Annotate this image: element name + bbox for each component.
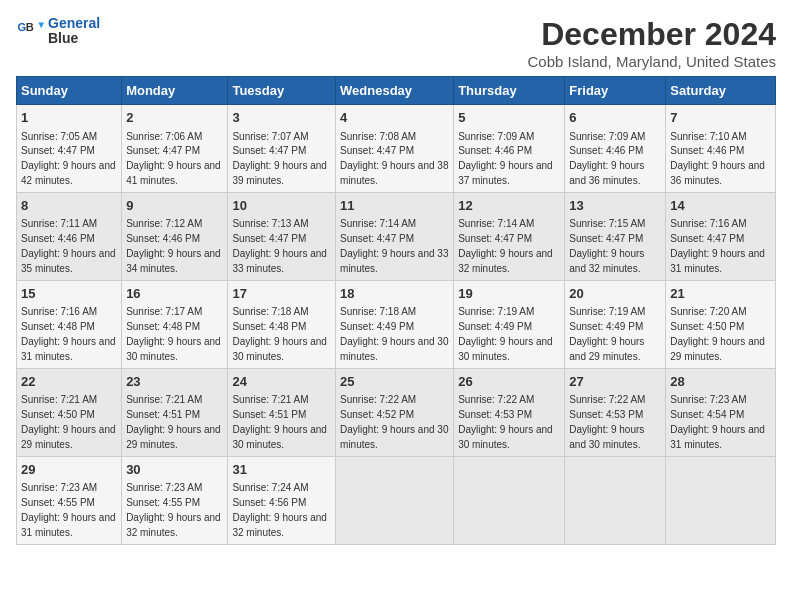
day-number: 13 bbox=[569, 197, 661, 215]
page-title: December 2024 bbox=[528, 16, 776, 53]
day-number: 11 bbox=[340, 197, 449, 215]
sunset: Sunset: 4:54 PM bbox=[670, 409, 744, 420]
sunset: Sunset: 4:48 PM bbox=[21, 321, 95, 332]
calendar-cell: 19Sunrise: 7:19 AMSunset: 4:49 PMDayligh… bbox=[454, 280, 565, 368]
calendar-cell: 8Sunrise: 7:11 AMSunset: 4:46 PMDaylight… bbox=[17, 192, 122, 280]
day-number: 19 bbox=[458, 285, 560, 303]
day-number: 12 bbox=[458, 197, 560, 215]
daylight: Daylight: 9 hours and 39 minutes. bbox=[232, 160, 327, 186]
sunrise: Sunrise: 7:21 AM bbox=[232, 394, 308, 405]
sunset: Sunset: 4:46 PM bbox=[21, 233, 95, 244]
calendar-cell: 18Sunrise: 7:18 AMSunset: 4:49 PMDayligh… bbox=[336, 280, 454, 368]
calendar-cell: 17Sunrise: 7:18 AMSunset: 4:48 PMDayligh… bbox=[228, 280, 336, 368]
calendar-cell: 30Sunrise: 7:23 AMSunset: 4:55 PMDayligh… bbox=[122, 456, 228, 544]
week-row-2: 8Sunrise: 7:11 AMSunset: 4:46 PMDaylight… bbox=[17, 192, 776, 280]
sunset: Sunset: 4:47 PM bbox=[569, 233, 643, 244]
calendar-cell: 15Sunrise: 7:16 AMSunset: 4:48 PMDayligh… bbox=[17, 280, 122, 368]
daylight: Daylight: 9 hours and 38 minutes. bbox=[340, 160, 448, 186]
logo-icon: G B bbox=[16, 17, 44, 45]
sunrise: Sunrise: 7:14 AM bbox=[340, 218, 416, 229]
daylight: Daylight: 9 hours and 31 minutes. bbox=[21, 512, 116, 538]
sunrise: Sunrise: 7:22 AM bbox=[569, 394, 645, 405]
page-subtitle: Cobb Island, Maryland, United States bbox=[528, 53, 776, 70]
daylight: Daylight: 9 hours and 29 minutes. bbox=[21, 424, 116, 450]
daylight: Daylight: 9 hours and 32 minutes. bbox=[458, 248, 553, 274]
sunrise: Sunrise: 7:07 AM bbox=[232, 131, 308, 142]
sunset: Sunset: 4:47 PM bbox=[126, 145, 200, 156]
sunset: Sunset: 4:46 PM bbox=[670, 145, 744, 156]
sunrise: Sunrise: 7:23 AM bbox=[670, 394, 746, 405]
calendar-cell: 21Sunrise: 7:20 AMSunset: 4:50 PMDayligh… bbox=[666, 280, 776, 368]
week-row-5: 29Sunrise: 7:23 AMSunset: 4:55 PMDayligh… bbox=[17, 456, 776, 544]
week-row-3: 15Sunrise: 7:16 AMSunset: 4:48 PMDayligh… bbox=[17, 280, 776, 368]
calendar-cell: 3Sunrise: 7:07 AMSunset: 4:47 PMDaylight… bbox=[228, 105, 336, 193]
sunset: Sunset: 4:47 PM bbox=[232, 145, 306, 156]
day-number: 31 bbox=[232, 461, 331, 479]
sunrise: Sunrise: 7:12 AM bbox=[126, 218, 202, 229]
daylight: Daylight: 9 hours and 30 minutes. bbox=[232, 336, 327, 362]
sunrise: Sunrise: 7:17 AM bbox=[126, 306, 202, 317]
sunrise: Sunrise: 7:08 AM bbox=[340, 131, 416, 142]
sunrise: Sunrise: 7:19 AM bbox=[458, 306, 534, 317]
calendar-cell: 28Sunrise: 7:23 AMSunset: 4:54 PMDayligh… bbox=[666, 368, 776, 456]
day-number: 28 bbox=[670, 373, 771, 391]
sunset: Sunset: 4:47 PM bbox=[670, 233, 744, 244]
calendar-cell: 22Sunrise: 7:21 AMSunset: 4:50 PMDayligh… bbox=[17, 368, 122, 456]
sunrise: Sunrise: 7:11 AM bbox=[21, 218, 97, 229]
title-area: December 2024 Cobb Island, Maryland, Uni… bbox=[528, 16, 776, 70]
header-monday: Monday bbox=[122, 77, 228, 105]
day-number: 22 bbox=[21, 373, 117, 391]
daylight: Daylight: 9 hours and 32 minutes. bbox=[232, 512, 327, 538]
daylight: Daylight: 9 hours and 32 minutes. bbox=[126, 512, 221, 538]
day-number: 23 bbox=[126, 373, 223, 391]
logo-line2: Blue bbox=[48, 31, 100, 46]
calendar-cell: 25Sunrise: 7:22 AMSunset: 4:52 PMDayligh… bbox=[336, 368, 454, 456]
sunset: Sunset: 4:52 PM bbox=[340, 409, 414, 420]
daylight: Daylight: 9 hours and 30 minutes. bbox=[569, 424, 644, 450]
sunset: Sunset: 4:47 PM bbox=[340, 145, 414, 156]
daylight: Daylight: 9 hours and 34 minutes. bbox=[126, 248, 221, 274]
daylight: Daylight: 9 hours and 30 minutes. bbox=[232, 424, 327, 450]
sunset: Sunset: 4:46 PM bbox=[569, 145, 643, 156]
sunrise: Sunrise: 7:20 AM bbox=[670, 306, 746, 317]
calendar-cell: 31Sunrise: 7:24 AMSunset: 4:56 PMDayligh… bbox=[228, 456, 336, 544]
calendar-cell: 24Sunrise: 7:21 AMSunset: 4:51 PMDayligh… bbox=[228, 368, 336, 456]
calendar-cell: 14Sunrise: 7:16 AMSunset: 4:47 PMDayligh… bbox=[666, 192, 776, 280]
sunrise: Sunrise: 7:15 AM bbox=[569, 218, 645, 229]
week-row-1: 1Sunrise: 7:05 AMSunset: 4:47 PMDaylight… bbox=[17, 105, 776, 193]
daylight: Daylight: 9 hours and 35 minutes. bbox=[21, 248, 116, 274]
daylight: Daylight: 9 hours and 42 minutes. bbox=[21, 160, 116, 186]
sunrise: Sunrise: 7:16 AM bbox=[670, 218, 746, 229]
sunrise: Sunrise: 7:23 AM bbox=[126, 482, 202, 493]
day-number: 3 bbox=[232, 109, 331, 127]
logo-line1: General bbox=[48, 16, 100, 31]
calendar-cell: 13Sunrise: 7:15 AMSunset: 4:47 PMDayligh… bbox=[565, 192, 666, 280]
week-row-4: 22Sunrise: 7:21 AMSunset: 4:50 PMDayligh… bbox=[17, 368, 776, 456]
sunset: Sunset: 4:49 PM bbox=[340, 321, 414, 332]
sunset: Sunset: 4:55 PM bbox=[126, 497, 200, 508]
sunrise: Sunrise: 7:22 AM bbox=[458, 394, 534, 405]
sunset: Sunset: 4:51 PM bbox=[232, 409, 306, 420]
daylight: Daylight: 9 hours and 30 minutes. bbox=[126, 336, 221, 362]
daylight: Daylight: 9 hours and 30 minutes. bbox=[458, 336, 553, 362]
sunset: Sunset: 4:47 PM bbox=[340, 233, 414, 244]
day-number: 2 bbox=[126, 109, 223, 127]
sunset: Sunset: 4:47 PM bbox=[21, 145, 95, 156]
logo: G B General Blue bbox=[16, 16, 100, 47]
sunrise: Sunrise: 7:13 AM bbox=[232, 218, 308, 229]
day-number: 7 bbox=[670, 109, 771, 127]
daylight: Daylight: 9 hours and 29 minutes. bbox=[569, 336, 644, 362]
header-sunday: Sunday bbox=[17, 77, 122, 105]
day-number: 26 bbox=[458, 373, 560, 391]
sunset: Sunset: 4:47 PM bbox=[458, 233, 532, 244]
calendar-cell: 20Sunrise: 7:19 AMSunset: 4:49 PMDayligh… bbox=[565, 280, 666, 368]
calendar-table: SundayMondayTuesdayWednesdayThursdayFrid… bbox=[16, 76, 776, 545]
calendar-cell: 26Sunrise: 7:22 AMSunset: 4:53 PMDayligh… bbox=[454, 368, 565, 456]
sunset: Sunset: 4:53 PM bbox=[569, 409, 643, 420]
calendar-cell: 5Sunrise: 7:09 AMSunset: 4:46 PMDaylight… bbox=[454, 105, 565, 193]
calendar-cell: 12Sunrise: 7:14 AMSunset: 4:47 PMDayligh… bbox=[454, 192, 565, 280]
daylight: Daylight: 9 hours and 30 minutes. bbox=[340, 424, 448, 450]
day-number: 10 bbox=[232, 197, 331, 215]
calendar-cell: 29Sunrise: 7:23 AMSunset: 4:55 PMDayligh… bbox=[17, 456, 122, 544]
day-number: 1 bbox=[21, 109, 117, 127]
